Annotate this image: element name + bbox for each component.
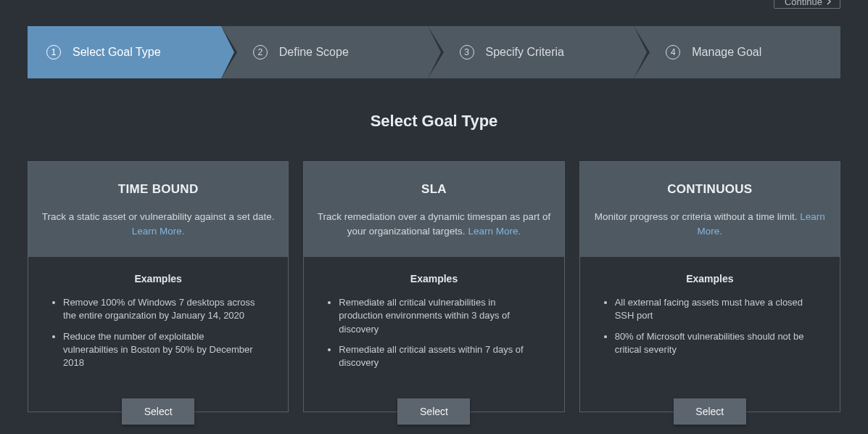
- step-label: Define Scope: [279, 46, 349, 59]
- learn-more-link[interactable]: Learn More.: [698, 211, 825, 237]
- card-description: Monitor progress or criteria without a t…: [593, 210, 827, 238]
- step-label: Specify Criteria: [486, 46, 564, 59]
- step-3[interactable]: 3Specify Criteria: [428, 26, 635, 78]
- select-button[interactable]: Select: [397, 398, 470, 425]
- goal-card-continuous: CONTINUOUSMonitor progress or criteria w…: [579, 161, 840, 412]
- card-title: CONTINUOUS: [593, 182, 827, 197]
- example-item: All external facing assets must have a c…: [615, 296, 819, 322]
- card-body: ExamplesRemediate all critical vulnerabi…: [304, 257, 563, 397]
- step-2[interactable]: 2Define Scope: [221, 26, 428, 78]
- step-number: 1: [46, 45, 61, 60]
- card-title: SLA: [317, 182, 550, 197]
- examples-heading: Examples: [600, 273, 819, 284]
- example-item: Reduce the number of exploitable vulnera…: [63, 330, 268, 370]
- learn-more-link[interactable]: Learn More.: [468, 226, 521, 237]
- card-description: Track remediation over a dynamic timespa…: [317, 210, 550, 238]
- card-body: ExamplesAll external facing assets must …: [580, 257, 840, 384]
- examples-list: All external facing assets must have a c…: [600, 296, 819, 356]
- card-title: TIME BOUND: [41, 182, 275, 197]
- goal-card-time-bound: TIME BOUNDTrack a static asset or vulner…: [28, 161, 289, 412]
- page-title: Select Goal Type: [0, 112, 868, 131]
- card-description: Track a static asset or vulnerability ag…: [41, 210, 275, 238]
- learn-more-link[interactable]: Learn More.: [132, 226, 185, 237]
- step-label: Manage Goal: [692, 46, 761, 59]
- example-item: Remove 100% of Windows 7 desktops across…: [63, 296, 268, 322]
- examples-heading: Examples: [49, 273, 268, 284]
- stepper: 1Select Goal Type2Define Scope3Specify C…: [28, 26, 840, 78]
- goal-card-sla: SLATrack remediation over a dynamic time…: [303, 161, 564, 412]
- example-item: Remediate all critical vulnerabilities i…: [339, 296, 543, 336]
- examples-heading: Examples: [324, 273, 543, 284]
- example-item: Remediate all critical assets within 7 d…: [339, 343, 543, 369]
- card-header: TIME BOUNDTrack a static asset or vulner…: [28, 162, 288, 257]
- continue-label: Continue: [785, 0, 822, 7]
- step-number: 4: [666, 45, 680, 60]
- step-1[interactable]: 1Select Goal Type: [28, 26, 221, 78]
- step-label: Select Goal Type: [73, 46, 161, 59]
- examples-list: Remediate all critical vulnerabilities i…: [324, 296, 543, 369]
- goal-type-cards: TIME BOUNDTrack a static asset or vulner…: [28, 161, 840, 412]
- step-number: 2: [253, 45, 268, 60]
- card-header: SLATrack remediation over a dynamic time…: [304, 162, 563, 257]
- continue-button[interactable]: Continue: [774, 0, 840, 9]
- card-header: CONTINUOUSMonitor progress or criteria w…: [580, 162, 840, 257]
- step-4[interactable]: 4Manage Goal: [634, 26, 840, 78]
- select-button[interactable]: Select: [674, 398, 746, 425]
- select-button[interactable]: Select: [122, 398, 194, 425]
- card-body: ExamplesRemove 100% of Windows 7 desktop…: [28, 257, 288, 397]
- examples-list: Remove 100% of Windows 7 desktops across…: [49, 296, 268, 369]
- step-number: 3: [460, 45, 474, 60]
- chevron-right-icon: [825, 0, 832, 7]
- example-item: 80% of Microsoft vulnerabilities should …: [615, 330, 819, 356]
